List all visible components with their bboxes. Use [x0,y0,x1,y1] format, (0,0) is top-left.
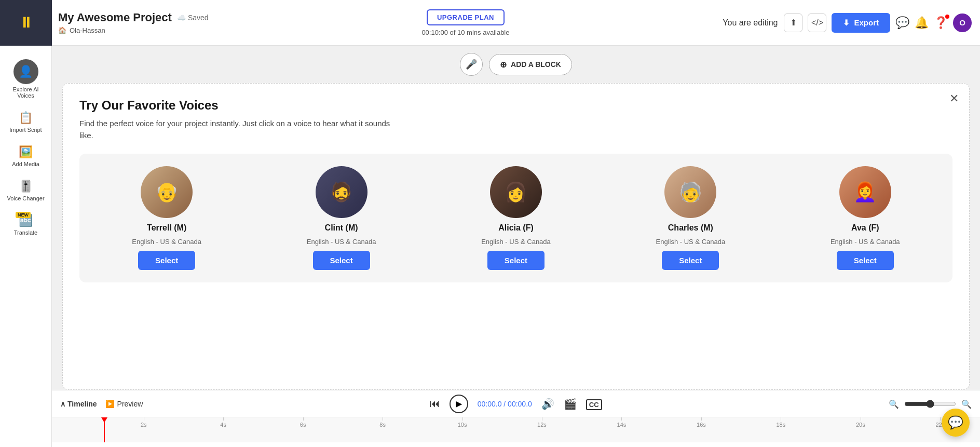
plus-icon: ⊕ [500,60,507,70]
download-icon: ⬇ [843,18,850,28]
header-actions: ⬆ </> ⬇ Export 💬 🔔 ❓ O [784,13,972,33]
zoom-out-icon: 🔍 [889,400,899,409]
code-icon: </> [811,18,823,28]
voice-avatar-ava[interactable]: 👩‍🦰 [839,166,891,218]
help-button[interactable]: ❓ [934,16,948,30]
sidebar-item-explore[interactable]: 👤 Explore AI Voices [0,54,51,104]
export-button[interactable]: ⬇ Export [832,13,890,33]
play-icon: ▶ [456,399,462,409]
select-ava-button[interactable]: Select [837,251,894,270]
volume-icon: 🔊 [541,398,554,410]
collapse-icon: ∧ [60,400,65,408]
saved-label: Saved [188,13,209,22]
home-icon: 🏠 [58,26,66,34]
panel-close-button[interactable]: ✕ [949,92,959,105]
captions-icon: CC [586,399,602,410]
sidebar-item-translate[interactable]: 🔤 NEW Translate [0,209,51,241]
share-button[interactable]: ⬆ [784,13,802,32]
voice-lang-charles: English - US & Canada [656,238,726,246]
volume-button[interactable]: 🔊 [541,398,554,410]
voice-card-ava: 👩‍🦰 Ava (F) English - US & Canada Select [818,166,913,270]
chat-bubble-button[interactable]: 💬 [942,409,970,437]
voice-name-terrell: Terrell (M) [147,223,186,233]
timeline-toggle[interactable]: ∧ Timeline [60,400,97,408]
content-area: 🎤 ⊕ ADD A BLOCK ✕ Try Our Favorite Voice… [52,46,980,447]
top-bar: 🎤 ⊕ ADD A BLOCK [52,46,980,83]
voice-name-charles: Charles (M) [668,223,713,233]
you-editing-label: You are editing [723,18,778,28]
sidebar-item-voice-changer[interactable]: 🎚️ Voice Changer [0,174,51,207]
timeline-label: Timeline [67,400,97,408]
voice-name-ava: Ava (F) [851,223,879,233]
play-button[interactable]: ▶ [450,395,468,413]
zoom-out-button[interactable]: 🔍 [889,398,899,410]
mic-button[interactable]: 🎤 [460,53,483,76]
clapper-icon: 🎬 [564,398,577,410]
sidebar: 👤 Explore AI Voices 📋 Import Script 🖼️ A… [0,46,52,447]
logo-icon: ⏸ [19,14,33,31]
voice-card-terrell: 👴 Terrell (M) English - US & Canada Sele… [119,166,214,270]
select-charles-button[interactable]: Select [662,251,719,270]
rewind-icon: ⏮ [430,398,440,409]
chat-icon: 💬 [895,16,909,29]
ruler-mark-10s: 10s [423,422,502,428]
timeline: ∧ Timeline ▶️ Preview ⏮ ▶ 00:00.0 [52,390,980,447]
ruler-mark-18s: 18s [741,422,821,428]
preview-icon: ▶️ [105,400,114,408]
new-badge: NEW [16,212,31,218]
rewind-button[interactable]: ⏮ [430,398,440,410]
explore-avatar: 👤 [13,59,38,84]
bell-icon: 🔔 [915,16,929,29]
sidebar-item-import[interactable]: 📋 Import Script [0,106,51,138]
captions-button[interactable]: CC [586,398,602,410]
voice-name-alicia: Alicia (F) [498,223,534,233]
add-block-button[interactable]: ⊕ ADD A BLOCK [489,54,572,75]
voice-avatar-clint[interactable]: 🧔 [316,166,367,218]
ruler-mark-2s: 2s [104,422,183,428]
zoom-slider[interactable] [904,400,956,408]
timeline-header: ∧ Timeline ▶️ Preview ⏮ ▶ 00:00.0 [52,390,980,417]
share-icon: ⬆ [790,18,797,28]
chat-bubble-icon: 💬 [948,415,963,430]
cloud-icon: ☁️ [177,13,186,22]
user-avatar[interactable]: O [953,13,972,32]
favorite-voices-panel: ✕ Try Our Favorite Voices Find the perfe… [62,83,970,390]
code-button[interactable]: </> [808,13,826,32]
voice-lang-terrell: English - US & Canada [132,238,201,246]
notification-button[interactable]: 🔔 [915,16,929,30]
panel-subtitle: Find the perfect voice for your project … [79,118,391,141]
app-header: ⏸ My Awesome Project ☁️ Saved 🏠 Ola-Hass… [0,0,980,46]
voice-lang-clint: English - US & Canada [307,238,376,246]
upgrade-button[interactable]: UPGRADE PLAN [427,9,505,25]
preview-button[interactable]: ▶️ Preview [105,400,143,408]
select-clint-button[interactable]: Select [313,251,370,270]
project-title: My Awesome Project [58,11,172,24]
ruler-mark-14s: 14s [582,422,661,428]
main-layout: 👤 Explore AI Voices 📋 Import Script 🖼️ A… [0,46,980,447]
ruler-mark-20s: 20s [821,422,900,428]
voice-card-clint: 🧔 Clint (M) English - US & Canada Select [294,166,389,270]
project-info: My Awesome Project ☁️ Saved 🏠 Ola-Hassan [58,11,209,34]
header-center: UPGRADE PLAN 00:10:00 of 10 mins availab… [215,9,717,36]
app-logo[interactable]: ⏸ [0,0,52,46]
preview-label: Preview [117,400,143,408]
chat-button[interactable]: 💬 [895,16,909,30]
voice-avatar-alicia[interactable]: 👩 [490,166,542,218]
sidebar-translate-label: Translate [14,229,37,236]
voice-card-alicia: 👩 Alicia (F) English - US & Canada Selec… [469,166,563,270]
voice-avatar-charles[interactable]: 🧓 [664,166,716,218]
sidebar-voice-changer-label: Voice Changer [7,195,44,201]
voice-avatar-terrell[interactable]: 👴 [141,166,193,218]
zoom-in-button[interactable]: 🔍 [961,398,972,410]
time-info: 00:10:00 of 10 mins available [421,29,509,36]
sidebar-item-media[interactable]: 🖼️ Add Media [0,140,51,172]
select-terrell-button[interactable]: Select [138,251,195,270]
ruler-marks: 2s 4s 6s 8s 10s 12s 14s 16s 18s 20s 22s [52,422,980,428]
ruler-mark-6s: 6s [263,422,343,428]
ruler-mark-8s: 8s [343,422,422,428]
clapper-button[interactable]: 🎬 [564,398,577,410]
select-alicia-button[interactable]: Select [487,251,545,270]
time-total: 00:00.0 [508,400,532,408]
breadcrumb: Ola-Hassan [70,26,105,34]
panel-title: Try Our Favorite Voices [79,98,952,113]
